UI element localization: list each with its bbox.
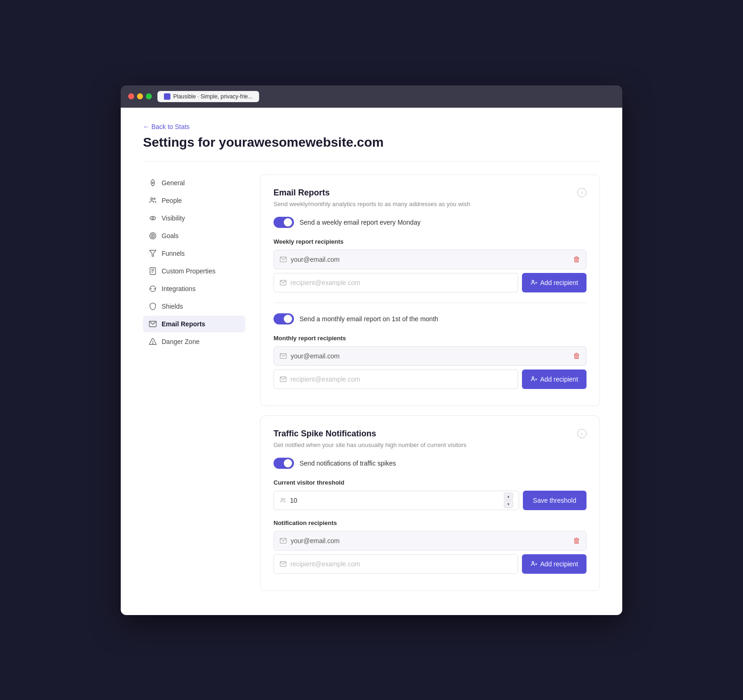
svg-point-2 xyxy=(154,198,155,199)
target-icon xyxy=(149,232,157,240)
monthly-add-input-wrapper xyxy=(274,369,518,389)
notification-email-address: your@email.com xyxy=(291,537,573,544)
settings-sidebar: General People xyxy=(143,175,245,600)
minimize-dot[interactable] xyxy=(137,93,143,99)
svg-point-27 xyxy=(284,498,285,499)
spike-toggle-thumb xyxy=(284,459,292,467)
weekly-toggle-row: Send a weekly email report every Monday xyxy=(274,217,587,228)
svg-point-26 xyxy=(281,498,283,500)
svg-point-0 xyxy=(152,182,154,183)
sidebar-item-custom-properties[interactable]: Custom Properties xyxy=(143,263,245,279)
sidebar-item-shields[interactable]: Shields xyxy=(143,298,245,315)
weekly-add-email-icon xyxy=(280,279,287,286)
notification-add-user-icon xyxy=(530,560,537,567)
save-threshold-button[interactable]: Save threshold xyxy=(523,491,587,510)
monthly-toggle-row: Send a monthly email report on 1st of th… xyxy=(274,313,587,324)
browser-content: ← Back to Stats Settings for yourawesome… xyxy=(121,108,622,615)
funnel-icon xyxy=(149,249,157,258)
weekly-recipients-label: Weekly report recipients xyxy=(274,238,587,245)
svg-point-6 xyxy=(151,234,155,238)
svg-point-23 xyxy=(532,377,534,379)
threshold-input[interactable] xyxy=(290,497,500,504)
sidebar-item-general[interactable]: General xyxy=(143,175,245,191)
main-content: Email Reports i Send weekly/monthly anal… xyxy=(260,175,600,600)
weekly-add-email-input[interactable] xyxy=(290,279,512,286)
weekly-delete-icon[interactable]: 🗑 xyxy=(573,255,580,264)
svg-point-1 xyxy=(151,198,153,200)
notification-add-recipient-label: Add recipient xyxy=(540,560,578,568)
sidebar-item-email-reports[interactable]: Email Reports xyxy=(143,316,245,332)
sidebar-label-integrations: Integrations xyxy=(162,285,196,292)
notification-add-email-input[interactable] xyxy=(290,560,512,568)
back-to-stats-link[interactable]: ← Back to Stats xyxy=(143,123,189,130)
threshold-down-btn[interactable]: ▼ xyxy=(504,500,513,508)
weekly-recipient-row: your@email.com 🗑 xyxy=(274,250,587,269)
sidebar-label-visibility: Visibility xyxy=(162,214,185,222)
weekly-toggle[interactable] xyxy=(274,217,294,228)
shield-icon xyxy=(149,302,157,311)
weekly-toggle-thumb xyxy=(284,218,292,227)
traffic-spike-info-icon[interactable]: i xyxy=(577,429,587,438)
svg-point-30 xyxy=(532,562,534,564)
svg-point-4 xyxy=(152,217,154,219)
monthly-toggle[interactable] xyxy=(274,313,294,324)
tab-favicon xyxy=(164,93,170,100)
sidebar-label-shields: Shields xyxy=(162,303,183,310)
eye-icon xyxy=(149,214,157,222)
sidebar-item-goals[interactable]: Goals xyxy=(143,227,245,244)
notification-add-input-wrapper xyxy=(274,554,518,574)
refresh-icon xyxy=(149,285,157,293)
svg-point-18 xyxy=(532,280,534,282)
svg-marker-8 xyxy=(150,250,156,256)
mail-icon xyxy=(149,320,157,328)
sidebar-item-funnels[interactable]: Funnels xyxy=(143,245,245,262)
weekly-email-icon xyxy=(280,256,287,263)
threshold-spinners: ▲ ▼ xyxy=(504,493,513,508)
add-user-icon xyxy=(530,279,537,286)
monthly-add-email-input[interactable] xyxy=(290,376,512,383)
file-icon xyxy=(149,267,157,275)
sidebar-item-visibility[interactable]: Visibility xyxy=(143,210,245,227)
threshold-label: Current visitor threshold xyxy=(274,479,587,486)
weekly-add-recipient-button[interactable]: Add recipient xyxy=(522,273,587,292)
threshold-up-btn[interactable]: ▲ xyxy=(504,493,513,500)
sidebar-item-people[interactable]: People xyxy=(143,192,245,209)
monthly-add-recipient-button[interactable]: Add recipient xyxy=(522,369,587,389)
sidebar-label-email-reports: Email Reports xyxy=(162,320,205,328)
notification-delete-icon[interactable]: 🗑 xyxy=(573,537,580,545)
spike-toggle[interactable] xyxy=(274,458,294,469)
triangle-icon xyxy=(149,337,157,346)
browser-tab[interactable]: Plausible · Simple, privacy-frie... xyxy=(157,91,259,102)
weekly-add-recipient-label: Add recipient xyxy=(540,279,578,286)
notification-add-row: Add recipient xyxy=(274,554,587,574)
sidebar-label-goals: Goals xyxy=(162,232,179,240)
monthly-recipients-label: Monthly report recipients xyxy=(274,335,587,342)
close-dot[interactable] xyxy=(128,93,134,99)
monthly-email-address: your@email.com xyxy=(291,352,573,360)
weekly-monthly-separator xyxy=(274,303,587,303)
threshold-input-wrapper: ▲ ▼ xyxy=(274,491,519,510)
sidebar-item-integrations[interactable]: Integrations xyxy=(143,280,245,297)
page-title: Settings for yourawesomewebsite.com xyxy=(143,135,600,150)
notification-recipient-row: your@email.com 🗑 xyxy=(274,531,587,551)
sidebar-label-danger-zone: Danger Zone xyxy=(162,338,200,345)
sidebar-item-danger-zone[interactable]: Danger Zone xyxy=(143,333,245,350)
people-icon xyxy=(149,196,157,205)
email-reports-info-icon[interactable]: i xyxy=(577,188,587,197)
notification-add-recipient-button[interactable]: Add recipient xyxy=(522,554,587,574)
tab-label: Plausible · Simple, privacy-frie... xyxy=(173,93,253,100)
svg-point-15 xyxy=(152,343,153,344)
notification-recipients-label: Notification recipients xyxy=(274,519,587,526)
traffic-spike-header: Traffic Spike Notifications i xyxy=(274,429,587,439)
browser-window: Plausible · Simple, privacy-frie... ← Ba… xyxy=(121,85,622,615)
monthly-delete-icon[interactable]: 🗑 xyxy=(573,352,580,360)
traffic-spike-title: Traffic Spike Notifications xyxy=(274,429,376,439)
weekly-toggle-label: Send a weekly email report every Monday xyxy=(300,219,421,226)
weekly-add-input-wrapper xyxy=(274,273,518,292)
sidebar-label-general: General xyxy=(162,179,185,187)
fullscreen-dot[interactable] xyxy=(146,93,152,99)
weekly-email-address: your@email.com xyxy=(291,256,573,263)
weekly-add-row: Add recipient xyxy=(274,273,587,292)
notification-add-email-icon xyxy=(280,560,287,568)
threshold-row: ▲ ▼ Save threshold xyxy=(274,491,587,510)
